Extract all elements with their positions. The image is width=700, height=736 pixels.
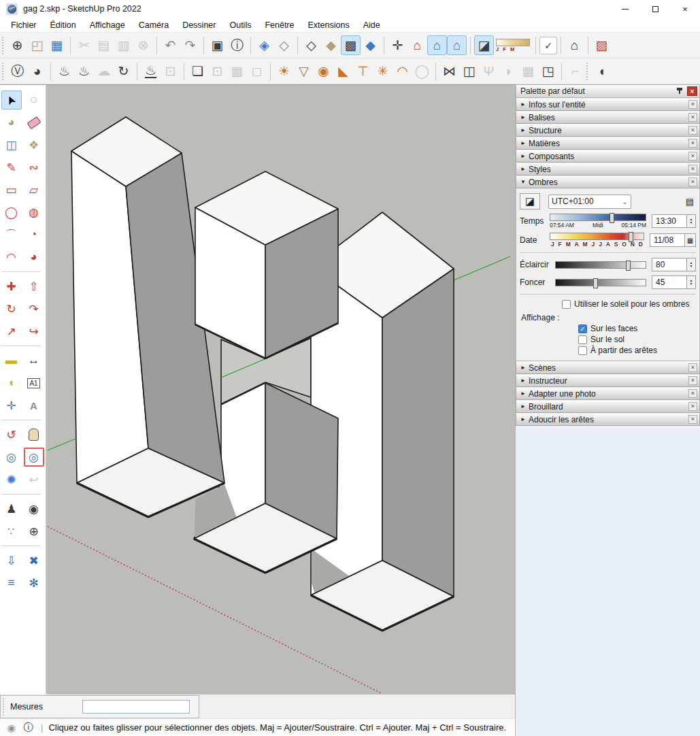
- panel-tray-header[interactable]: ► Adapter une photo ×: [516, 387, 700, 400]
- save-button[interactable]: ▦: [47, 35, 67, 55]
- vray-light-gen-button[interactable]: ☀: [274, 61, 294, 81]
- component-house-button[interactable]: ⌂: [565, 35, 584, 55]
- arc-tool[interactable]: ◔: [24, 225, 44, 244]
- face-camera-button[interactable]: ⌂: [407, 35, 427, 55]
- vray-render-button[interactable]: ♨: [54, 61, 74, 81]
- cut-button[interactable]: ✂: [74, 35, 94, 55]
- swap-arrows-tool[interactable]: ✖: [24, 551, 44, 570]
- offset-tool[interactable]: ↪: [24, 322, 44, 341]
- menu-item[interactable]: Extensions: [301, 19, 356, 31]
- panel-tray-header[interactable]: ► Adoucir les arêtes ×: [516, 413, 700, 426]
- tray-item-close-icon[interactable]: ×: [688, 415, 697, 424]
- box-face-side[interactable]: [382, 269, 454, 597]
- tray-item-close-icon[interactable]: ×: [688, 100, 697, 109]
- darken-spinner[interactable]: ▲▼: [687, 275, 696, 289]
- panel-tray-header[interactable]: ► Infos sur l'entité ×: [516, 98, 700, 111]
- on-ground-checkbox[interactable]: [578, 335, 587, 344]
- delete-button[interactable]: ⊗: [133, 35, 153, 55]
- vray-rect-light-button[interactable]: ▽: [294, 61, 314, 81]
- copy-button[interactable]: ▤: [94, 35, 114, 55]
- zoom-window-tool[interactable]: ◎: [24, 448, 44, 467]
- vray-lock-button[interactable]: ◻: [247, 61, 267, 81]
- tray-item-close-icon[interactable]: ×: [688, 376, 697, 385]
- vray-decal-button[interactable]: ◳: [538, 61, 558, 81]
- line-tool[interactable]: ✎: [1, 158, 22, 177]
- compass-tool[interactable]: ⊕: [24, 522, 44, 541]
- vray-dome-light-button[interactable]: ◠: [393, 61, 412, 81]
- paint-bucket-tool[interactable]: ◕: [1, 113, 22, 132]
- panel-tray-header[interactable]: ► Composants ×: [516, 150, 700, 163]
- tray-item-close-icon[interactable]: ×: [688, 165, 697, 173]
- polygon-tool[interactable]: ◍: [24, 203, 44, 222]
- panel-tray-header[interactable]: ► Instructeur ×: [516, 374, 700, 387]
- protractor-tool[interactable]: ◖: [1, 373, 22, 392]
- panel-tray-header[interactable]: ► Structure ×: [516, 124, 700, 137]
- lighten-spinner[interactable]: ▲▼: [687, 258, 696, 271]
- zoom-tool[interactable]: ◎: [1, 448, 22, 467]
- darken-slider[interactable]: [555, 279, 646, 286]
- rotated-rectangle-tool[interactable]: ▱: [24, 180, 44, 199]
- tape-measure-tool[interactable]: ▬: [1, 351, 22, 370]
- monochrome-style-button[interactable]: ◆: [361, 35, 380, 55]
- textured-style-button[interactable]: ▩: [341, 35, 361, 55]
- vray-clipper-button[interactable]: ◗: [499, 61, 518, 81]
- make-component-tool[interactable]: ◫: [1, 135, 22, 154]
- shadows-toggle-button[interactable]: ◪: [474, 35, 494, 55]
- menu-item[interactable]: Édition: [44, 19, 83, 31]
- lighten-value-field[interactable]: 80: [652, 258, 687, 271]
- vray-bracket-button[interactable]: ⌐: [565, 61, 585, 81]
- tray-item-close-icon[interactable]: ×: [688, 389, 697, 398]
- dimension-tool[interactable]: ↔: [24, 351, 44, 370]
- menu-item[interactable]: Caméra: [132, 19, 176, 31]
- follow-me-tool[interactable]: ↷: [24, 299, 44, 318]
- darken-slider-thumb[interactable]: [593, 278, 598, 288]
- lighten-slider-thumb[interactable]: [626, 261, 631, 271]
- pin-icon[interactable]: [675, 86, 684, 96]
- show-details-button[interactable]: ▤: [684, 195, 696, 207]
- tray-close-button[interactable]: ×: [687, 86, 697, 96]
- axes-display-button[interactable]: ✛: [388, 35, 407, 55]
- zoom-extents-tool[interactable]: ✺: [1, 470, 22, 489]
- from-edges-checkbox[interactable]: [578, 346, 587, 355]
- tag-tool[interactable]: ❖: [24, 135, 44, 154]
- shadow-date-mini-slider[interactable]: J F M: [494, 35, 532, 55]
- menu-item[interactable]: Outils: [222, 19, 258, 31]
- tray-item-close-icon[interactable]: ×: [688, 402, 697, 411]
- timezone-select[interactable]: UTC+01:00 ⌄: [548, 195, 631, 209]
- shadows-tray-header[interactable]: ▼ Ombres ×: [516, 175, 700, 188]
- shadow-toggle-button[interactable]: ◪: [520, 193, 540, 210]
- darken-value-field[interactable]: 45: [652, 275, 687, 289]
- tray-title-bar[interactable]: Palette par défaut ×: [516, 84, 700, 98]
- undo-button[interactable]: ↶: [161, 35, 180, 55]
- orbit-tool[interactable]: ↺: [1, 425, 22, 444]
- model-info-button[interactable]: ⓘ: [227, 35, 247, 55]
- date-slider-thumb[interactable]: [629, 232, 633, 242]
- menu-item[interactable]: Fenêtre: [258, 19, 301, 31]
- xray-style-button[interactable]: ◈: [254, 35, 274, 55]
- vray-region-render-button[interactable]: ⊡: [161, 61, 180, 81]
- time-slider-thumb[interactable]: [610, 213, 614, 223]
- use-sun-checkbox[interactable]: [562, 300, 571, 309]
- vray-frame-buffer-button[interactable]: ❏: [188, 61, 207, 81]
- date-slider[interactable]: [550, 233, 644, 240]
- calendar-button[interactable]: ▦: [685, 233, 696, 247]
- menu-item[interactable]: Dessiner: [176, 19, 222, 31]
- two-point-arc-tool[interactable]: ⌒: [1, 225, 22, 244]
- three-d-text-tool[interactable]: A: [24, 396, 44, 415]
- vray-update-button[interactable]: ↻: [114, 61, 133, 81]
- vray-mesh-button[interactable]: ▦: [518, 61, 538, 81]
- menu-item[interactable]: Fichier: [4, 19, 44, 31]
- lasso-select-tool[interactable]: ◌: [24, 90, 44, 110]
- chaos-cloud-button[interactable]: ☁: [94, 61, 114, 81]
- on-faces-checkbox[interactable]: ✓: [578, 324, 587, 333]
- tray-item-close-icon[interactable]: ×: [688, 152, 697, 161]
- pan-tool[interactable]: [24, 425, 44, 444]
- panel-tray-header[interactable]: ► Brouillard ×: [516, 400, 700, 413]
- time-spinner[interactable]: ▲▼: [687, 214, 696, 228]
- paste-button[interactable]: ▥: [114, 35, 133, 55]
- tray-item-close-icon[interactable]: ×: [688, 178, 697, 186]
- shaded-style-button[interactable]: ◆: [321, 35, 341, 55]
- geolocation-icon[interactable]: ◉: [5, 722, 17, 733]
- redo-button[interactable]: ↷: [180, 35, 200, 55]
- top-view-button[interactable]: ⌂: [447, 35, 467, 55]
